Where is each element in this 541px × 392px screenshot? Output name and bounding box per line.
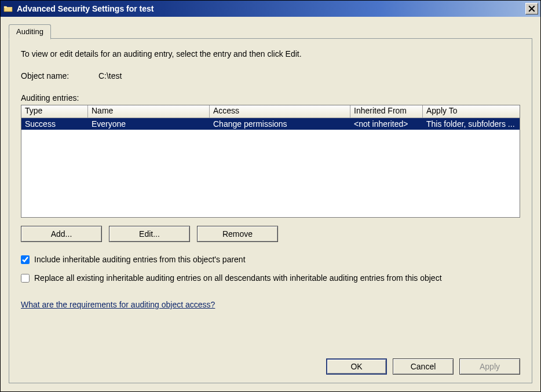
add-button[interactable]: Add... [21,226,102,242]
cell-apply: This folder, subfolders ... [423,119,520,129]
dialog-window: Advanced Security Settings for test Audi… [0,0,541,392]
col-header-apply[interactable]: Apply To [423,105,520,118]
intro-text: To view or edit details for an auditing … [21,49,520,58]
col-header-inherited[interactable]: Inherited From [350,105,423,118]
object-name-label: Object name: [21,71,96,80]
cell-inherited: <not inherited> [350,119,423,129]
replace-inheritable-checkbox[interactable] [21,274,30,283]
list-body: Success Everyone Change permissions <not… [21,118,520,130]
object-name-row: Object name: C:\test [21,71,520,80]
cancel-button[interactable]: Cancel [393,358,454,375]
auditing-entries-label: Auditing entries: [21,93,520,102]
content-area: Auditing To view or edit details for an … [1,17,540,391]
list-header: Type Name Access Inherited From Apply To [21,105,520,118]
cell-access: Change permissions [210,119,350,129]
replace-inheritable-label: Replace all existing inheritable auditin… [34,273,442,283]
close-button[interactable] [525,3,538,14]
col-header-name[interactable]: Name [88,105,210,118]
table-row[interactable]: Success Everyone Change permissions <not… [21,118,520,130]
remove-button[interactable]: Remove [197,226,278,242]
tab-auditing[interactable]: Auditing [9,24,51,39]
replace-inheritable-row[interactable]: Replace all existing inheritable auditin… [21,273,520,283]
entry-buttons: Add... Edit... Remove [21,226,520,242]
dialog-buttons: OK Cancel Apply [21,351,520,375]
cell-type: Success [21,119,88,129]
edit-button[interactable]: Edit... [109,226,190,242]
window-title: Advanced Security Settings for test [17,4,525,13]
apply-button: Apply [459,358,520,375]
include-inheritable-label: Include inheritable auditing entries fro… [34,255,246,264]
include-inheritable-row[interactable]: Include inheritable auditing entries fro… [21,255,520,264]
tabs: Auditing [9,24,532,39]
include-inheritable-checkbox[interactable] [21,255,30,264]
close-icon [528,5,535,12]
col-header-access[interactable]: Access [210,105,350,118]
col-header-type[interactable]: Type [21,105,88,118]
object-name-value: C:\test [98,71,122,80]
ok-button[interactable]: OK [326,358,387,375]
auditing-entries-list[interactable]: Type Name Access Inherited From Apply To… [21,105,520,218]
cell-name: Everyone [88,119,210,129]
titlebar: Advanced Security Settings for test [1,1,540,17]
tab-panel-auditing: To view or edit details for an auditing … [9,38,532,383]
help-link[interactable]: What are the requirements for auditing o… [21,300,520,309]
folder-icon [3,3,13,14]
